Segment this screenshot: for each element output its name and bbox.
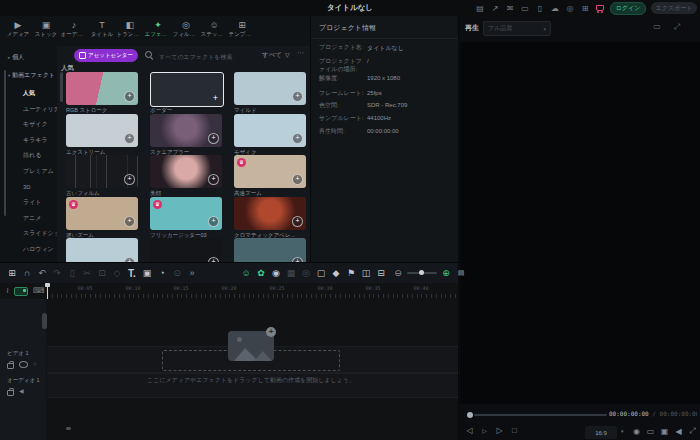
sidebar-item-3[interactable]: ユーティリティ [0, 102, 57, 116]
effect-thumbnail[interactable]: + [66, 114, 138, 147]
cloud-icon[interactable]: ☁ [550, 3, 560, 13]
sidebar-scrollbar[interactable] [4, 70, 6, 216]
tab-transitions[interactable]: ◧トランジション [116, 19, 144, 38]
mark-icon[interactable]: ▭ [645, 427, 656, 436]
snap-curve-icon[interactable]: ≀ [6, 287, 9, 295]
ai-effects-icon[interactable]: ✿ [255, 263, 267, 283]
tab-stickers[interactable]: ☺ステッカー [200, 19, 228, 38]
mute-icon[interactable]: ○ [33, 360, 37, 368]
sidebar-item-12[interactable]: ハロウィン [0, 242, 57, 256]
sidebar-item-0[interactable]: ▸個人 [0, 50, 57, 64]
add-effect-icon[interactable]: + [292, 133, 303, 144]
lut-icon[interactable]: ▦ [285, 263, 297, 283]
add-effect-icon[interactable]: + [292, 91, 303, 102]
globe-icon[interactable]: ◎ [565, 3, 575, 13]
tab-templates[interactable]: ⊞テンプレート [228, 19, 256, 38]
track-manager-icon[interactable]: ▤ [455, 263, 467, 283]
tab-stock[interactable]: ▣ストック [32, 19, 60, 38]
effect-thumbnail[interactable]: + [234, 72, 306, 105]
add-effect-icon[interactable]: + [124, 133, 135, 144]
add-effect-icon[interactable]: + [208, 174, 219, 185]
more-tools-icon[interactable]: » [186, 263, 198, 283]
remove-icon[interactable]: ⊟ [375, 263, 387, 283]
split-icon[interactable]: ✂ [81, 263, 93, 283]
volume-icon[interactable]: ◀ [19, 387, 24, 395]
effect-thumbnail[interactable]: ♛+ [234, 155, 306, 188]
sidebar-item-4[interactable]: モザイク [0, 117, 57, 131]
marker-flag-icon[interactable]: ⚑ [345, 263, 357, 283]
keyframe-icon[interactable]: ◇ [111, 263, 123, 283]
document-icon[interactable]: ▯ [535, 3, 545, 13]
add-effect-icon[interactable]: + [124, 91, 135, 102]
share-icon[interactable]: ↗ [490, 3, 500, 13]
sidebar-item-7[interactable]: プレミアム [0, 164, 57, 178]
sidebar-item-5[interactable]: キラキラ [0, 133, 57, 147]
delete-icon[interactable]: ▯ [66, 263, 78, 283]
login-button[interactable]: ログイン [610, 2, 646, 15]
effect-thumbnail[interactable]: + [150, 238, 222, 262]
tab-effects[interactable]: ✦エフェクト [144, 19, 172, 38]
effect-thumbnail[interactable]: + [150, 155, 222, 188]
cart-icon[interactable] [595, 4, 605, 13]
visibility-icon[interactable] [19, 361, 28, 368]
crop-icon[interactable]: ⊡ [96, 263, 108, 283]
effect-thumbnail[interactable]: + [66, 155, 138, 188]
tab-media[interactable]: ▶メディア [4, 19, 32, 38]
sidebar-item-2[interactable]: 人気 [0, 86, 57, 100]
message-icon[interactable]: ✉ [505, 3, 515, 13]
effect-thumbnail[interactable]: + [234, 238, 306, 262]
zoom-slider-handle[interactable] [419, 270, 424, 275]
fullscreen-icon[interactable]: ⤢ [687, 426, 698, 436]
aspect-ratio-dropdown[interactable]: 16:9 [585, 426, 617, 439]
play-icon[interactable]: ▷ [494, 426, 505, 435]
camera-icon[interactable]: ▣ [659, 427, 670, 436]
add-effect-icon[interactable]: + [124, 174, 135, 185]
add-effect-icon[interactable]: + [208, 133, 219, 144]
step-backward-icon[interactable]: ◁ [464, 426, 475, 435]
effect-thumbnail[interactable]: ♛+ [66, 197, 138, 230]
timeline-hscrollbar[interactable] [66, 427, 71, 430]
add-effect-icon[interactable]: + [124, 216, 135, 227]
sidebar-item-10[interactable]: アニメ [0, 211, 57, 225]
display-icon[interactable]: ▭ [520, 3, 530, 13]
effect-thumbnail[interactable]: + [66, 72, 138, 105]
apps-grid-icon[interactable]: ⊞ [580, 3, 590, 13]
keyboard-icon[interactable]: ⌨ [33, 287, 45, 295]
tab-audio[interactable]: ♪オーディオ [60, 19, 88, 38]
effect-thumbnail[interactable]: + [150, 114, 222, 147]
ai-portrait-icon[interactable]: ☺ [240, 263, 252, 283]
effect-thumbnail[interactable]: + [66, 238, 138, 262]
expand-preview-icon[interactable]: ⤢ [671, 22, 683, 32]
timeline-scrollbar[interactable] [42, 313, 47, 329]
lock-icon[interactable] [7, 363, 14, 369]
screen-record-icon[interactable]: ◫ [360, 263, 372, 283]
sidebar-item-8[interactable]: 3D [0, 180, 57, 194]
volume-icon[interactable]: ◀ [673, 427, 684, 436]
copilot-icon[interactable]: ◎ [300, 263, 312, 283]
magnet-snap-icon[interactable]: ∩ [21, 263, 33, 283]
sticker-face-icon[interactable]: ◉ [270, 263, 282, 283]
add-effect-icon[interactable]: + [292, 216, 303, 227]
printer-icon[interactable]: ▤ [475, 3, 485, 13]
redo-icon[interactable]: ↷ [51, 263, 63, 283]
seek-handle[interactable] [467, 412, 473, 418]
sidebar-item-9[interactable]: ライト [0, 195, 57, 209]
sidebar-item-6[interactable]: 揺れる [0, 148, 57, 162]
add-effect-icon[interactable]: + [292, 174, 303, 185]
chevron-down-icon[interactable]: ▾ [621, 428, 624, 434]
zoom-tool-icon[interactable]: ⊙ [171, 263, 183, 283]
sidebar-item-1[interactable]: ▾動画エフェクト [0, 68, 57, 82]
ratio-crop-icon[interactable]: ▣ [141, 263, 153, 283]
effect-thumbnail[interactable]: + [234, 197, 306, 230]
zoom-slider[interactable] [407, 272, 437, 274]
speed-icon[interactable]: ◔ [156, 263, 168, 283]
media-library-icon[interactable]: ⊞ [6, 263, 18, 283]
tab-filters[interactable]: ◎フィルター [172, 19, 200, 38]
playback-quality-dropdown[interactable]: フル品質 ▾ [483, 21, 551, 36]
add-effect-icon[interactable]: + [211, 94, 220, 103]
undo-icon[interactable]: ↶ [36, 263, 48, 283]
sidebar-item-11[interactable]: スライドショー [0, 226, 57, 240]
auto-ripple-toggle[interactable] [14, 287, 28, 296]
text-tool-icon[interactable]: T. [126, 263, 138, 283]
seek-bar[interactable] [474, 414, 607, 416]
